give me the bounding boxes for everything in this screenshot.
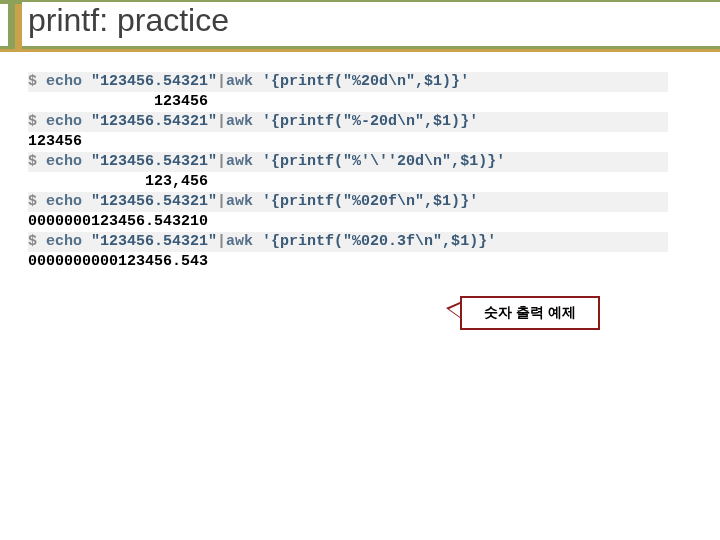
code-line: 123456: [28, 92, 668, 112]
rule-gold: [0, 49, 720, 52]
page-title: printf: practice: [28, 2, 229, 39]
code-line: 123,456: [28, 172, 668, 192]
code-line: $ echo "123456.54321"|awk '{printf("%'\'…: [28, 152, 668, 172]
slide: printf: practice $ echo "123456.54321"|a…: [0, 0, 720, 540]
ornament-stub-bot: [0, 49, 22, 52]
code-line: $ echo "123456.54321"|awk '{printf("%020…: [28, 232, 668, 252]
code-line: $ echo "123456.54321"|awk '{printf("%020…: [28, 192, 668, 212]
ornament-stub-top: [0, 0, 22, 4]
code-line: 123456: [28, 132, 668, 152]
ornament-gold: [15, 0, 22, 52]
code-line: $ echo "123456.54321"|awk '{printf("%-20…: [28, 112, 668, 132]
callout: 숫자 출력 예제: [460, 296, 600, 330]
callout-text: 숫자 출력 예제: [460, 296, 600, 330]
code-line: 0000000123456.543210: [28, 212, 668, 232]
code-block: $ echo "123456.54321"|awk '{printf("%20d…: [28, 72, 668, 272]
code-line: $ echo "123456.54321"|awk '{printf("%20d…: [28, 72, 668, 92]
callout-tail-icon: [446, 302, 460, 318]
ornament-green: [8, 0, 15, 52]
code-line: 0000000000123456.543: [28, 252, 668, 272]
